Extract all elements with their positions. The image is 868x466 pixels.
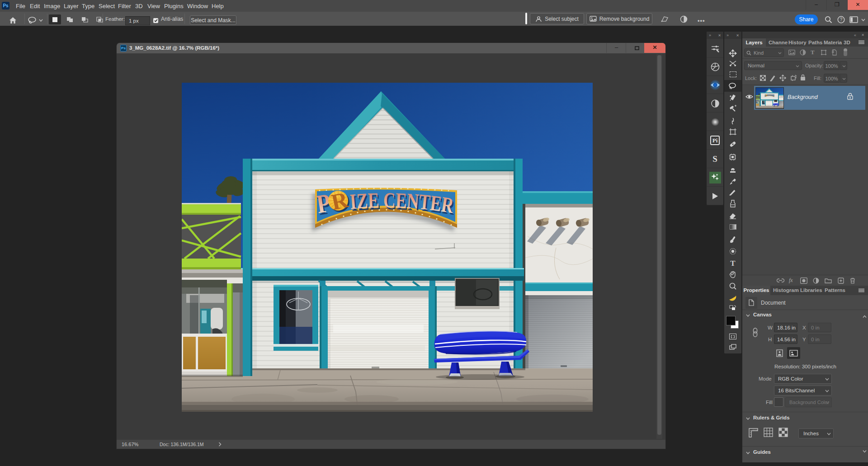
svg-text:?: ? bbox=[840, 17, 843, 22]
